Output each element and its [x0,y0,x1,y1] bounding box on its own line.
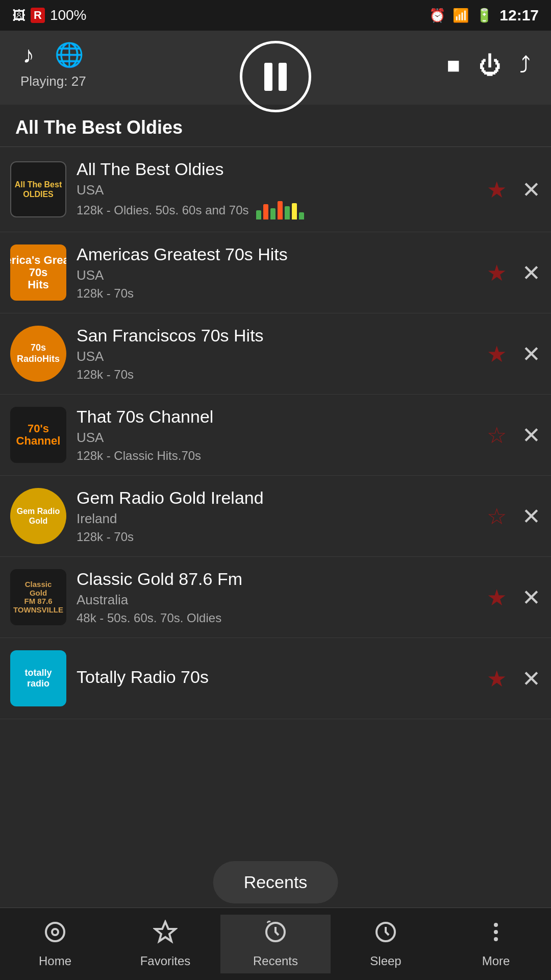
status-bar: 🖼 R 100% ⏰ 📶 🔋 12:17 [0,0,551,31]
battery-count: 100% [50,7,87,23]
status-left: 🖼 R 100% [12,7,87,23]
station-info: Totally Radio 70s [77,667,477,690]
station-item[interactable]: totally radioTotally Radio 70s★✕ [0,638,551,719]
station-name: Totally Radio 70s [77,667,477,687]
home-nav-icon [43,920,67,950]
station-country: USA [77,430,477,446]
globe-icon[interactable]: 🌐 [55,41,84,68]
station-info: All The Best OldiesUSA128k - Oldies. 50s… [77,159,477,219]
battery-icon: 🔋 [476,8,492,23]
station-country: USA [77,182,477,198]
station-name: Gem Radio Gold Ireland [77,488,477,508]
station-info: Gem Radio Gold IrelandIreland128k - 70s [77,488,477,544]
station-logo: totally radio [10,650,66,706]
remove-button[interactable]: ✕ [522,177,541,203]
favorite-button[interactable]: ☆ [487,503,507,529]
station-meta: 128k - 70s [77,286,477,301]
recents-nav-icon [263,920,288,950]
station-name: All The Best Oldies [77,159,477,179]
station-actions: ★✕ [487,260,541,286]
station-item[interactable]: Classic Gold FM 87.6 TOWNSVILLEClassic G… [0,557,551,638]
station-actions: ★✕ [487,666,541,692]
station-meta: 128k - 70s [77,530,477,544]
app-icon: R [31,8,45,23]
more-nav-label: More [482,954,510,968]
station-list: All The Best OLDIESAll The Best OldiesUS… [0,147,551,719]
station-actions: ★✕ [487,177,541,203]
wifi-icon: 📶 [453,8,469,23]
svg-point-6 [494,930,498,934]
station-country: Ireland [77,511,477,527]
remove-button[interactable]: ✕ [522,503,541,529]
station-item[interactable]: America's Greatest 70s HitsAmericas Grea… [0,232,551,313]
svg-point-0 [46,923,64,941]
station-logo: 70's Channel [10,407,66,463]
favorite-button[interactable]: ★ [487,177,507,203]
player-left-controls: ♪ 🌐 Playing: 27 [20,41,86,89]
station-country: Australia [77,592,477,608]
favorite-button[interactable]: ★ [487,341,507,367]
favorites-nav-icon [153,920,178,950]
station-logo: America's Greatest 70s Hits [10,244,66,301]
station-name: Classic Gold 87.6 Fm [77,569,477,589]
station-item[interactable]: 70's ChannelThat 70s ChannelUSA128k - Cl… [0,395,551,476]
station-info: Americas Greatest 70s HitsUSA128k - 70s [77,244,477,301]
equalizer-bars [256,201,304,219]
home-nav-label: Home [39,954,71,968]
status-right: ⏰ 📶 🔋 12:17 [429,7,539,24]
station-name: Americas Greatest 70s Hits [77,244,477,264]
recents-tooltip: Recents [213,861,338,903]
player-right-controls: ■ ⏻ ⤴ [446,53,531,78]
station-actions: ★✕ [487,341,541,367]
player-header: ♪ 🌐 Playing: 27 ■ ⏻ ⤴ [0,31,551,105]
station-meta: 128k - 70s [77,368,477,382]
nav-item-favorites[interactable]: Favorites [110,915,220,973]
station-logo: Gem Radio Gold [10,488,66,544]
remove-button[interactable]: ✕ [522,422,541,448]
more-nav-icon [484,920,508,950]
station-name: That 70s Channel [77,407,477,427]
remove-button[interactable]: ✕ [522,666,541,692]
station-actions: ☆✕ [487,422,541,448]
recents-nav-label: Recents [253,954,298,968]
remove-button[interactable]: ✕ [522,260,541,286]
station-info: San Franciscos 70s HitsUSA128k - 70s [77,326,477,382]
station-name: San Franciscos 70s Hits [77,326,477,346]
station-meta: 128k - Oldies. 50s. 60s and 70s [77,201,477,219]
stop-button[interactable]: ■ [446,53,460,78]
station-item[interactable]: Gem Radio GoldGem Radio Gold IrelandIrel… [0,476,551,557]
power-button[interactable]: ⏻ [479,53,501,78]
music-note-icon[interactable]: ♪ [22,41,34,68]
bottom-navigation: HomeFavoritesRecentsSleepMore [0,908,551,980]
favorites-nav-label: Favorites [140,954,191,968]
pause-button[interactable] [240,41,311,112]
sleep-nav-icon [373,920,398,950]
nav-item-more[interactable]: More [441,915,551,973]
time-display: 12:17 [499,7,539,24]
share-button[interactable]: ⤴ [519,53,531,78]
photo-icon: 🖼 [12,8,26,23]
station-actions: ☆✕ [487,503,541,529]
favorite-button[interactable]: ★ [487,584,507,610]
favorite-button[interactable]: ☆ [487,422,507,448]
station-actions: ★✕ [487,584,541,610]
svg-point-1 [52,929,58,935]
playing-status: Playing: 27 [20,74,86,89]
favorite-button[interactable]: ★ [487,666,507,692]
sleep-nav-label: Sleep [370,954,401,968]
svg-point-5 [494,923,498,927]
svg-point-7 [494,937,498,941]
nav-item-sleep[interactable]: Sleep [331,915,441,973]
remove-button[interactable]: ✕ [522,341,541,367]
station-item[interactable]: All The Best OLDIESAll The Best OldiesUS… [0,147,551,232]
pause-icon [264,63,287,91]
favorite-button[interactable]: ★ [487,260,507,286]
nav-item-recents[interactable]: Recents [220,915,331,973]
nav-item-home[interactable]: Home [0,915,110,973]
station-item[interactable]: 70s RadioHitsSan Franciscos 70s HitsUSA1… [0,313,551,395]
station-meta: 48k - 50s. 60s. 70s. Oldies [77,611,477,625]
station-logo: Classic Gold FM 87.6 TOWNSVILLE [10,569,66,625]
station-country: USA [77,267,477,283]
remove-button[interactable]: ✕ [522,584,541,610]
station-info: Classic Gold 87.6 FmAustralia48k - 50s. … [77,569,477,625]
